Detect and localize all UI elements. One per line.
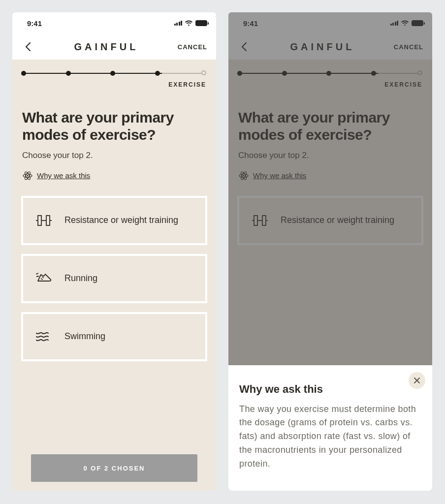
back-button[interactable] — [21, 40, 35, 54]
battery-icon — [195, 20, 207, 26]
footer: 0 OF 2 CHOSEN — [22, 445, 206, 491]
waves-icon — [35, 328, 53, 346]
nav-bar: GAINFUL CANCEL — [12, 34, 216, 60]
phone-screen-primary: 9:41 GAINFUL CANCEL EXERCISE What are yo — [12, 12, 216, 491]
svg-line-10 — [41, 279, 43, 280]
close-icon — [413, 377, 420, 384]
wifi-icon — [185, 20, 193, 27]
svg-rect-5 — [46, 216, 50, 225]
sheet-title: Why we ask this — [239, 383, 421, 396]
option-running[interactable]: Running — [22, 255, 206, 302]
status-bar: 9:41 — [12, 12, 216, 34]
atom-icon — [22, 170, 33, 181]
option-label: Resistance or weight training — [64, 215, 178, 226]
options-list: Resistance or weight training Running Sw… — [22, 197, 206, 360]
svg-line-9 — [42, 277, 44, 278]
sheet-body: The way you exercise must determine both… — [239, 403, 421, 471]
info-bottom-sheet: Why we ask this The way you exercise mus… — [228, 365, 432, 491]
status-time: 9:41 — [27, 19, 42, 28]
why-we-ask-link[interactable]: Why we ask this — [22, 170, 206, 181]
question-title: What are your primary modes of exercise? — [22, 109, 206, 144]
why-we-ask-label: Why we ask this — [37, 171, 90, 180]
content-area: What are your primary modes of exercise?… — [12, 88, 216, 491]
option-label: Swimming — [64, 331, 105, 342]
question-subtitle: Choose your top 2. — [22, 151, 206, 160]
barbell-icon — [35, 212, 53, 229]
running-shoe-icon — [35, 270, 53, 287]
option-label: Running — [64, 273, 97, 284]
cancel-button[interactable]: CANCEL — [178, 43, 207, 51]
option-swimming[interactable]: Swimming — [22, 313, 206, 360]
option-resistance-training[interactable]: Resistance or weight training — [22, 197, 206, 244]
status-indicators — [174, 20, 208, 27]
phone-screen-with-sheet: 9:41 GAINFUL CANCEL EXERCISE What are yo — [228, 12, 432, 491]
progress-bar: EXERCISE — [12, 60, 216, 88]
chevron-left-icon — [25, 42, 32, 52]
progress-step-label: EXERCISE — [21, 81, 207, 88]
app-logo: GAINFUL — [74, 41, 138, 53]
svg-rect-4 — [38, 216, 41, 225]
submit-button[interactable]: 0 OF 2 CHOSEN — [31, 454, 197, 482]
svg-line-11 — [36, 273, 38, 274]
cellular-signal-icon — [174, 21, 183, 26]
svg-line-12 — [36, 276, 39, 277]
svg-point-3 — [27, 175, 28, 176]
close-button[interactable] — [409, 372, 425, 389]
